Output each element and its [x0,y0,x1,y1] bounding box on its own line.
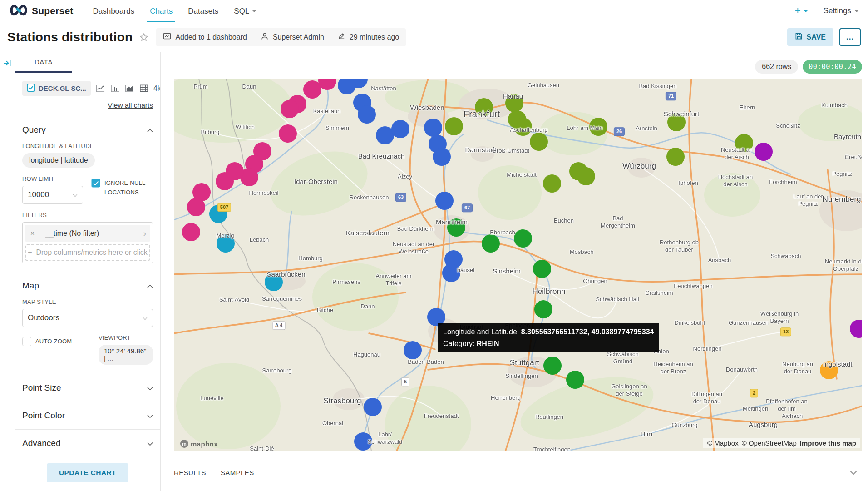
station-point[interactable] [534,300,552,318]
line-chart-icon[interactable] [96,84,105,93]
improve-map-link[interactable]: Improve this map [800,439,856,447]
update-chart-button[interactable]: UPDATE CHART [47,463,128,482]
station-point[interactable] [543,357,562,375]
station-point[interactable] [303,80,321,99]
station-point[interactable] [435,192,454,210]
station-point[interactable] [217,234,235,253]
station-point[interactable] [424,119,442,137]
drop-columns-zone[interactable]: + Drop columns/metrics here or click [25,244,150,261]
viz-4k-icon[interactable]: 4k [153,84,160,93]
station-point[interactable] [187,198,205,216]
save-button[interactable]: SAVE [787,28,833,46]
settings-menu[interactable]: Settings [824,6,859,15]
area-chart-icon[interactable] [125,84,134,93]
station-point[interactable] [566,371,584,389]
viz-type-chip[interactable]: DECK.GL SC... [22,81,91,96]
collapse-results-icon[interactable] [850,471,857,475]
filter-item-time[interactable]: × __time (No filter) › [25,225,150,242]
advanced-header[interactable]: Advanced [22,438,153,448]
map-style-label: MAP STYLE [22,298,153,305]
station-point[interactable] [475,98,493,116]
more-actions-button[interactable]: ... [839,28,861,46]
status-row: 662 rows 00:00:00.24 [755,60,862,74]
favorite-star-icon[interactable] [139,32,149,42]
station-point[interactable] [182,223,200,241]
station-point[interactable] [358,105,376,124]
osm-attribution-link[interactable]: © OpenStreetMap [742,439,797,447]
station-point[interactable] [445,117,463,135]
panel-footer: UPDATE CHART [15,455,160,491]
station-point[interactable] [735,134,753,152]
station-point[interactable] [505,94,523,112]
viewport-value-chip[interactable]: 10° 24' 49.86" | ... [99,345,153,365]
checkbox-unchecked-icon [22,337,31,349]
map-canvas[interactable]: PrümDaunNastättenGelnhausenBad Kissingen… [174,79,862,451]
map-style-select[interactable]: Outdoors [22,309,153,327]
station-point[interactable] [209,205,227,223]
save-icon [795,32,803,42]
station-point[interactable] [543,174,561,193]
station-point[interactable] [577,167,595,185]
nav-dashboards[interactable]: Dashboards [93,0,134,22]
mapbox-logo-icon: m [180,440,188,448]
longlat-value-chip[interactable]: longitude | latitude [22,153,95,168]
row-limit-select[interactable]: 10000 [22,186,83,204]
station-point[interactable] [533,260,551,278]
station-point[interactable] [404,341,422,359]
point-size-header[interactable]: Point Size [22,383,153,393]
control-panel: DATA DECK.GL SC... [15,52,161,491]
panel-body: DECK.GL SC... 4k View all [15,73,160,455]
station-point[interactable] [850,320,862,338]
map-section-header[interactable]: Map [22,281,153,291]
station-point[interactable] [820,361,838,379]
station-point[interactable] [265,273,283,291]
station-point[interactable] [514,229,532,248]
point-size-section: Point Size [15,374,160,402]
station-point[interactable] [755,143,773,161]
table-icon[interactable] [139,84,148,93]
station-point[interactable] [216,172,234,190]
station-point[interactable] [354,432,372,451]
station-point[interactable] [667,113,686,131]
station-point[interactable] [364,398,382,416]
station-point[interactable] [279,124,297,143]
station-point[interactable] [530,133,548,151]
nav-datasets[interactable]: Datasets [188,0,218,22]
auto-zoom-checkbox[interactable]: AUTO ZOOM [22,337,91,349]
station-point[interactable] [589,118,607,136]
caret-down-icon [804,10,808,12]
station-point[interactable] [514,118,532,136]
map-attribution: © Mapbox © OpenStreetMap Improve this ma… [703,438,860,448]
station-point[interactable] [391,120,409,138]
query-section-header[interactable]: Query [22,125,153,135]
tab-data[interactable]: DATA [15,52,72,73]
edit-icon [338,32,345,42]
collapse-sidebar-icon[interactable] [3,59,12,491]
superset-brand[interactable]: Superset [9,5,73,18]
longlat-label: LONGITUDE & LATITUDE [22,143,153,149]
new-item-button[interactable]: + [795,5,808,17]
station-point[interactable] [442,264,460,282]
dashboards-badge[interactable]: Added to 1 dashboard [156,28,253,46]
tab-results[interactable]: RESULTS [174,469,206,476]
ignore-null-checkbox[interactable]: IGNORE NULL LOCATIONS [91,179,153,198]
station-point[interactable] [482,234,500,253]
bar-chart-icon[interactable] [110,84,120,93]
remove-filter-icon[interactable]: × [25,225,40,242]
brand-name: Superset [32,5,73,16]
station-point[interactable] [433,148,451,166]
chart-area: 662 rows 00:00:00.24 [161,52,868,491]
chevron-up-icon [147,125,153,135]
station-point[interactable] [281,100,299,118]
point-color-header[interactable]: Point Color [22,411,153,421]
results-tabs-row: RESULTS SAMPLES [174,463,868,482]
tab-samples[interactable]: SAMPLES [221,469,254,476]
view-all-charts-link[interactable]: View all charts [22,101,153,109]
plus-icon: + [28,248,32,257]
station-point[interactable] [338,79,356,94]
station-point[interactable] [447,218,465,237]
nav-sql[interactable]: SQL [234,0,256,22]
mapbox-attribution-link[interactable]: © Mapbox [707,439,739,447]
station-point[interactable] [666,148,685,166]
nav-charts[interactable]: Charts [150,0,173,22]
